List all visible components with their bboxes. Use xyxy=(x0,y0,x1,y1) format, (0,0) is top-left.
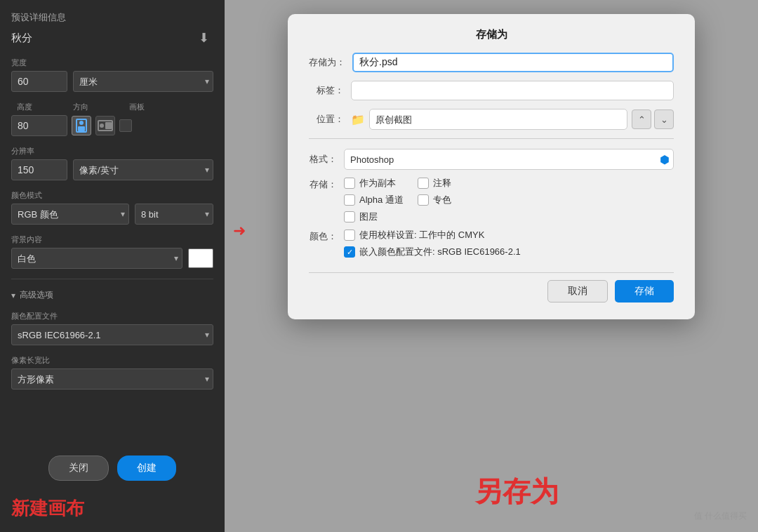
width-unit-select[interactable]: 厘米 像素 毫米 xyxy=(73,71,213,92)
location-select-wrapper: 原创截图 桌面 文稿 xyxy=(369,109,627,130)
background-field: 背景内容 白色 黑色 透明 xyxy=(11,234,213,269)
watermark: 值 什么值得买 xyxy=(694,510,747,522)
background-row: 白色 黑色 透明 xyxy=(11,248,213,269)
notes-checkbox[interactable] xyxy=(418,178,429,189)
alpha-checkbox[interactable] xyxy=(344,194,355,206)
cancel-button[interactable]: 取消 xyxy=(547,280,608,302)
save-button[interactable]: 存储 xyxy=(615,280,674,302)
close-button[interactable]: 关闭 xyxy=(48,455,109,481)
aspect-ratio-wrapper: 方形像素 D1/DV NTSC xyxy=(11,368,213,390)
bit-depth-select[interactable]: 8 bit 16 bit 32 bit xyxy=(135,204,213,225)
color-profile-label: 颜色配置文件 xyxy=(11,311,213,321)
filename-input[interactable] xyxy=(352,53,674,72)
height-orient-row xyxy=(11,115,213,136)
copy-label: 作为副本 xyxy=(359,177,396,189)
calibrate-checkbox[interactable] xyxy=(344,230,355,241)
dialog-overlay: 存储为 存储为： 标签： 位置： 📁 原创截图 桌面 xyxy=(225,0,758,532)
height-orient-field: 高度 方向 画板 xyxy=(11,102,213,136)
format-label: 格式： xyxy=(309,153,337,166)
embed-checkbox-item: ✓ 嵌入颜色配置文件: sRGB IEC61966-2.1 xyxy=(344,246,521,258)
svg-rect-2 xyxy=(78,126,85,131)
storage-row: 存储： 作为副本 注释 Alpha 通道 xyxy=(309,177,674,223)
resolution-unit-wrapper: 像素/英寸 像素/厘米 xyxy=(73,159,213,180)
location-down-button[interactable]: ⌄ xyxy=(654,109,674,129)
advanced-options-label: 高级选项 xyxy=(20,289,53,301)
layers-checkbox[interactable] xyxy=(344,211,355,222)
dialog-title: 存储为 xyxy=(309,28,674,41)
color-mode-wrapper: RGB 颜色 CMYK 颜色 灰度 xyxy=(11,204,129,225)
calibrate-checkbox-item: 使用校样设置: 工作中的 CMYK xyxy=(344,229,521,241)
location-up-button[interactable]: ⌃ xyxy=(632,109,651,129)
copy-checkbox[interactable] xyxy=(344,178,355,189)
color-section-label: 颜色： xyxy=(309,229,337,243)
canvas-label: 画板 xyxy=(129,102,171,112)
landscape-btn[interactable] xyxy=(95,116,115,135)
location-row: 位置： 📁 原创截图 桌面 文稿 ⌃ ⌄ xyxy=(309,109,674,130)
notes-label: 注释 xyxy=(433,177,451,189)
color-mode-field: 颜色模式 RGB 颜色 CMYK 颜色 灰度 8 bit 16 bit 32 b… xyxy=(11,190,213,225)
save-preset-button[interactable]: ⬇ xyxy=(194,28,213,48)
tags-input[interactable] xyxy=(351,81,674,100)
preset-name: 秋分 xyxy=(11,32,32,45)
create-button[interactable]: 创建 xyxy=(117,455,176,481)
layers-label: 图层 xyxy=(359,211,378,223)
format-section: 格式： Photoshop JPEG PNG TIFF 存储： xyxy=(309,138,674,258)
save-as-dialog: 存储为 存储为： 标签： 位置： 📁 原创截图 桌面 xyxy=(288,14,695,319)
right-bottom-annotation: 另存为 xyxy=(474,472,559,511)
location-select[interactable]: 原创截图 桌面 文稿 xyxy=(369,109,627,130)
width-unit-wrapper: 厘米 像素 毫米 xyxy=(73,71,213,92)
background-wrapper: 白色 黑色 透明 xyxy=(11,248,182,269)
copy-checkbox-item: 作为副本 xyxy=(344,177,404,189)
location-label: 位置： xyxy=(309,113,344,126)
tags-row: 标签： xyxy=(309,81,674,100)
save-as-label: 存储为： xyxy=(309,56,345,69)
tags-label: 标签： xyxy=(309,84,344,97)
dialog-footer: 取消 存储 xyxy=(309,272,674,302)
divider-1 xyxy=(11,279,213,279)
aspect-ratio-select[interactable]: 方形像素 D1/DV NTSC xyxy=(11,368,213,390)
col-labels: 高度 方向 画板 xyxy=(17,102,213,112)
color-mode-row: RGB 颜色 CMYK 颜色 灰度 8 bit 16 bit 32 bit xyxy=(11,204,213,225)
color-section: 颜色： 使用校样设置: 工作中的 CMYK ✓ 嵌入颜色配置文件: sRGB I… xyxy=(309,229,674,258)
storage-label: 存储： xyxy=(309,177,337,191)
canvas-checkbox[interactable] xyxy=(119,119,132,132)
resolution-input[interactable] xyxy=(11,159,67,180)
aspect-ratio-field: 像素长宽比 方形像素 D1/DV NTSC xyxy=(11,355,213,390)
color-profile-select[interactable]: sRGB IEC61966-2.1 Adobe RGB (1998) xyxy=(11,324,213,345)
svg-point-4 xyxy=(100,124,104,128)
bottom-annotation-label: 新建画布 xyxy=(11,496,213,521)
background-label: 背景内容 xyxy=(11,234,213,245)
spot-checkbox[interactable] xyxy=(418,194,429,206)
background-color-swatch[interactable] xyxy=(188,248,213,268)
width-input[interactable] xyxy=(11,71,67,92)
resolution-unit-select[interactable]: 像素/英寸 像素/厘米 xyxy=(73,159,213,180)
background-select[interactable]: 白色 黑色 透明 xyxy=(11,248,182,269)
resolution-label: 分辨率 xyxy=(11,146,213,157)
left-panel: 预设详细信息 秋分 ⬇ 宽度 厘米 像素 毫米 高度 方向 画板 xyxy=(0,0,225,532)
resolution-field: 分辨率 像素/英寸 像素/厘米 xyxy=(11,146,213,180)
calibrate-label: 使用校样设置: 工作中的 CMYK xyxy=(359,229,484,241)
embed-label: 嵌入颜色配置文件: sRGB IEC61966-2.1 xyxy=(359,246,521,258)
color-mode-label: 颜色模式 xyxy=(11,190,213,201)
color-profile-wrapper: sRGB IEC61966-2.1 Adobe RGB (1998) xyxy=(11,324,213,345)
spot-checkbox-item: 专色 xyxy=(418,194,477,206)
orientation-label: 方向 xyxy=(73,102,115,112)
format-select[interactable]: Photoshop JPEG PNG TIFF xyxy=(344,149,674,170)
advanced-options-toggle[interactable]: ▾ 高级选项 xyxy=(11,289,213,301)
alpha-label: Alpha 通道 xyxy=(359,194,404,206)
bit-depth-wrapper: 8 bit 16 bit 32 bit xyxy=(135,204,213,225)
chevron-down-icon: ▾ xyxy=(11,291,15,300)
embed-checkbox[interactable]: ✓ xyxy=(344,246,355,258)
aspect-ratio-label: 像素长宽比 xyxy=(11,355,213,366)
portrait-btn[interactable] xyxy=(72,116,91,135)
width-field: 宽度 厘米 像素 毫米 xyxy=(11,58,213,92)
preset-section: 预设详细信息 秋分 ⬇ xyxy=(11,11,213,48)
format-row: 格式： Photoshop JPEG PNG TIFF xyxy=(309,149,674,170)
color-mode-select[interactable]: RGB 颜色 CMYK 颜色 灰度 xyxy=(11,204,129,225)
storage-checkboxes: 作为副本 注释 Alpha 通道 专色 xyxy=(344,177,477,223)
preset-name-row: 秋分 ⬇ xyxy=(11,28,213,48)
height-input[interactable] xyxy=(11,115,67,136)
layers-checkbox-item: 图层 xyxy=(344,211,404,223)
panel-title: 预设详细信息 xyxy=(11,11,213,24)
format-select-wrapper: Photoshop JPEG PNG TIFF xyxy=(344,149,674,170)
